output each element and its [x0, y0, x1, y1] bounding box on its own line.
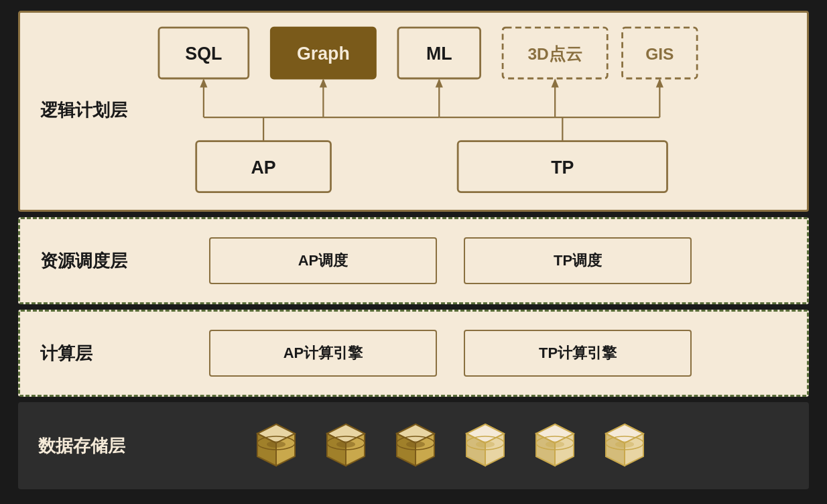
svg-point-57	[615, 441, 634, 448]
svg-marker-19	[320, 78, 327, 87]
storage-layer-label: 数据存储层	[38, 434, 99, 458]
db-icon-3	[389, 419, 442, 472]
resource-layer: 资源调度层 AP调度 TP调度	[18, 217, 809, 304]
svg-text:GIS: GIS	[645, 45, 674, 63]
svg-point-42	[406, 441, 425, 448]
storage-icons	[112, 419, 789, 472]
svg-marker-27	[552, 78, 559, 87]
tp-schedule-box: TP调度	[464, 237, 692, 284]
svg-marker-25	[656, 78, 663, 87]
ap-engine-box: AP计算引擎	[209, 330, 437, 377]
svg-point-37	[336, 441, 355, 448]
logic-svg: SQL Graph ML 3D点云 GIS AP TP	[114, 20, 787, 200]
resource-layer-label: 资源调度层	[40, 249, 101, 273]
compute-content: AP计算引擎 TP计算引擎	[114, 330, 787, 377]
svg-text:SQL: SQL	[185, 44, 222, 64]
svg-point-52	[546, 441, 564, 448]
svg-text:Graph: Graph	[297, 44, 350, 64]
svg-marker-21	[436, 78, 443, 87]
db-icon-4	[458, 419, 512, 472]
svg-text:AP: AP	[251, 158, 276, 178]
ap-schedule-box: AP调度	[209, 237, 437, 284]
tp-engine-box: TP计算引擎	[464, 330, 692, 377]
db-icon-1	[249, 419, 303, 472]
db-icon-5	[528, 419, 582, 472]
svg-text:3D点云: 3D点云	[527, 45, 582, 63]
svg-text:ML: ML	[426, 44, 452, 64]
logic-layer: 逻辑计划层 SQL Graph ML 3D点云 GIS	[18, 11, 809, 212]
compute-layer: 计算层 AP计算引擎 TP计算引擎	[18, 310, 809, 397]
svg-point-32	[267, 441, 285, 448]
svg-text:TP: TP	[551, 158, 574, 178]
logic-layer-label: 逻辑计划层	[40, 99, 101, 122]
resource-content: AP调度 TP调度	[114, 237, 787, 284]
compute-layer-label: 计算层	[40, 342, 101, 365]
svg-point-47	[476, 441, 495, 448]
architecture-diagram: 逻辑计划层 SQL Graph ML 3D点云 GIS	[18, 11, 809, 493]
storage-layer: 数据存储层	[18, 402, 809, 489]
logic-content: SQL Graph ML 3D点云 GIS AP TP	[114, 20, 787, 200]
svg-marker-17	[200, 78, 207, 87]
db-icon-6	[598, 419, 651, 472]
db-icon-2	[319, 419, 373, 472]
